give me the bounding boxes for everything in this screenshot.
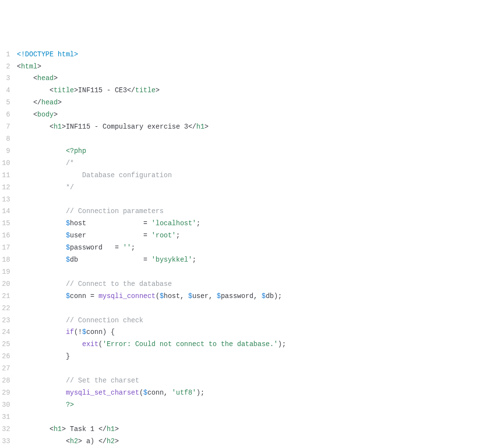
token-var-sigil: $ [143, 389, 147, 397]
token-angle: > [62, 123, 66, 131]
line-number: 13 [2, 194, 10, 206]
token-punct: (! [74, 328, 82, 336]
code-line[interactable]: <?php [17, 145, 497, 157]
code-line[interactable]: // Connect to the database [17, 278, 497, 290]
token-angle: </ [99, 437, 107, 445]
code-line[interactable]: $user = 'root'; [17, 230, 497, 242]
code-line[interactable]: <body> [17, 109, 497, 121]
token-tag: h1 [197, 123, 205, 131]
line-number: 23 [2, 315, 10, 327]
line-number: 17 [2, 242, 10, 254]
token-op: = [86, 219, 151, 227]
token-tag: title [53, 86, 74, 94]
line-number: 25 [2, 338, 10, 350]
token-punct: ); [274, 292, 282, 300]
token-angle: > [115, 425, 119, 433]
code-line[interactable] [17, 266, 497, 278]
token-punct: , [209, 292, 217, 300]
token-angle: < [33, 74, 37, 82]
code-editor[interactable]: 1234567891011121314151617181920212223242… [0, 49, 497, 448]
token-angle: > [53, 111, 57, 118]
code-line[interactable]: } [17, 350, 497, 363]
line-number: 9 [2, 145, 10, 157]
line-number: 11 [2, 169, 10, 182]
code-line[interactable]: <!DOCTYPE html> [17, 49, 497, 61]
code-line[interactable]: // Set the charset [17, 375, 497, 387]
code-line[interactable]: $password = ''; [17, 242, 497, 254]
token-tag: h1 [53, 425, 62, 433]
token-angle: </ [99, 425, 107, 433]
code-line[interactable]: if(!$conn) { [17, 326, 497, 338]
token-comment: Database configuration [66, 171, 172, 179]
token-func: mysqli_set_charset [66, 389, 139, 397]
code-line[interactable]: // Connection parameters [17, 205, 497, 217]
token-punct: } [66, 352, 70, 360]
token-tag: h1 [53, 123, 62, 131]
line-number: 3 [2, 72, 10, 84]
token-var-name: host [164, 292, 180, 300]
code-line[interactable]: Database configuration [17, 169, 497, 182]
code-line[interactable]: exit('Error: Could not connect to the da… [17, 338, 497, 350]
code-line[interactable]: ?> [17, 399, 497, 411]
token-angle: < [66, 437, 70, 445]
token-var-sigil: $ [66, 219, 70, 227]
line-number: 1 [2, 49, 10, 61]
code-line[interactable]: $host = 'localhost'; [17, 217, 497, 230]
code-line[interactable]: mysqli_set_charset($conn, 'utf8'); [17, 387, 497, 399]
code-line[interactable] [17, 194, 497, 206]
line-number: 27 [2, 363, 10, 375]
token-var-name: conn [148, 389, 164, 397]
code-line[interactable] [17, 411, 497, 423]
line-number: 4 [2, 84, 10, 97]
line-number: 21 [2, 290, 10, 302]
line-number: 18 [2, 254, 10, 266]
token-tag: head [41, 99, 58, 106]
token-angle: > [78, 437, 82, 445]
token-punct: ); [197, 389, 205, 397]
code-line[interactable]: <html> [17, 61, 497, 73]
code-line[interactable]: <h1> Task 1 </h1> [17, 423, 497, 435]
token-var-sigil: $ [66, 244, 70, 251]
token-punct: ; [131, 244, 135, 251]
code-line[interactable]: <h2> a) </h2> [17, 435, 497, 448]
token-string: 'bysykkel' [151, 256, 192, 264]
token-angle: </ [127, 86, 135, 94]
code-line[interactable]: </head> [17, 97, 497, 109]
token-punct: , [253, 292, 262, 300]
line-number: 29 [2, 387, 10, 399]
code-area[interactable]: <!DOCTYPE html><html> <head> <title>INF1… [17, 49, 497, 448]
code-line[interactable] [17, 133, 497, 145]
token-angle: > [115, 437, 119, 445]
code-line[interactable]: */ [17, 182, 497, 194]
line-number: 5 [2, 97, 10, 109]
code-line[interactable] [17, 363, 497, 375]
code-line[interactable]: /* [17, 157, 497, 169]
token-string: 'utf8' [172, 389, 196, 397]
code-line[interactable]: <title>INF115 - CE3</title> [17, 84, 497, 97]
code-line[interactable] [17, 302, 497, 315]
code-line[interactable]: // Connection check [17, 315, 497, 327]
token-comment: // Connect to the database [66, 280, 172, 288]
line-number: 6 [2, 109, 10, 121]
line-number: 24 [2, 326, 10, 338]
token-punct: , [180, 292, 188, 300]
code-line[interactable]: <h1>INF115 - Compulsary exercise 3</h1> [17, 121, 497, 133]
token-comment: // Connection check [66, 316, 144, 324]
token-angle: < [33, 111, 37, 118]
code-line[interactable]: $db = 'bysykkel'; [17, 254, 497, 266]
token-comment: // Connection parameters [66, 207, 164, 215]
line-number: 33 [2, 435, 10, 448]
line-number: 32 [2, 423, 10, 435]
token-punct: ; [197, 219, 200, 227]
token-var-sigil: $ [66, 292, 70, 300]
token-angle: > [62, 425, 66, 433]
line-number: 12 [2, 182, 10, 194]
token-text: INF115 - CE3 [78, 86, 127, 94]
code-line[interactable]: <head> [17, 72, 497, 84]
token-string: 'localhost' [151, 219, 196, 227]
line-number: 8 [2, 133, 10, 145]
token-tag: title [135, 86, 156, 94]
code-line[interactable]: $conn = mysqli_connect($host, $user, $pa… [17, 290, 497, 302]
token-text: a) [82, 437, 99, 445]
token-var-name: db [70, 256, 78, 264]
